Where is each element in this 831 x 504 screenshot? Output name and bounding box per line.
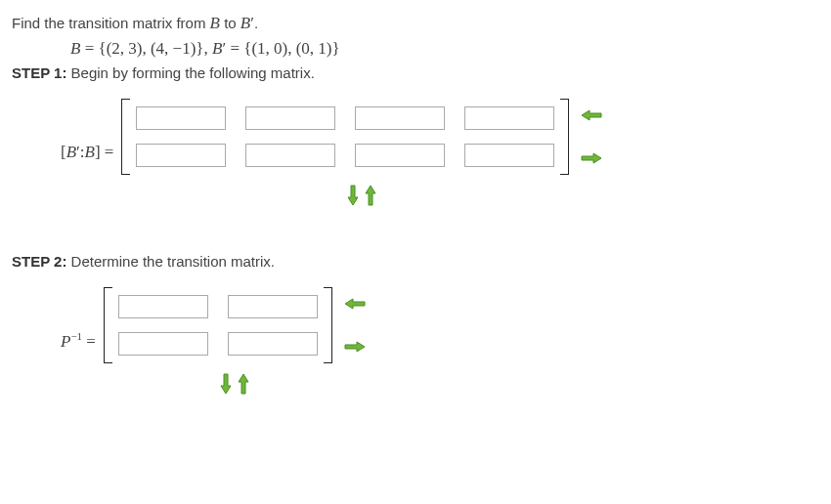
matrix-cell-input[interactable] bbox=[118, 332, 208, 356]
matrix-cell-input[interactable] bbox=[136, 106, 226, 130]
text: to bbox=[220, 15, 241, 31]
matrix-1 bbox=[121, 99, 602, 175]
add-row-icon[interactable] bbox=[347, 185, 359, 206]
add-row-icon[interactable] bbox=[220, 373, 232, 395]
svg-marker-1 bbox=[582, 153, 601, 163]
matrix-cell-input[interactable] bbox=[245, 106, 335, 130]
matrix-cell-input[interactable] bbox=[245, 144, 335, 167]
svg-marker-7 bbox=[239, 374, 248, 394]
svg-marker-0 bbox=[582, 110, 601, 120]
bracket-right bbox=[560, 99, 569, 175]
table-row bbox=[118, 295, 318, 318]
equals: = bbox=[82, 332, 96, 351]
remove-row-icon[interactable] bbox=[238, 373, 249, 395]
step-1-lhs: [B′:B] = bbox=[61, 143, 121, 162]
step-2-label: STEP 2: bbox=[12, 253, 66, 270]
svg-marker-3 bbox=[366, 186, 375, 205]
remove-row-icon[interactable] bbox=[365, 185, 376, 206]
step-1-text: Begin by forming the following matrix. bbox=[66, 64, 314, 81]
step-2-text: Determine the transition matrix. bbox=[66, 253, 275, 270]
add-column-icon[interactable] bbox=[581, 152, 602, 164]
var-P: P bbox=[61, 332, 70, 351]
matrix-2 bbox=[104, 287, 366, 363]
step-2-lhs: P−1 = bbox=[61, 330, 104, 352]
step-2-header: STEP 2: Determine the transition matrix. bbox=[12, 253, 819, 270]
matrix-cell-input[interactable] bbox=[228, 332, 318, 356]
bracket-left bbox=[104, 287, 112, 363]
bracket-right bbox=[324, 287, 332, 363]
svg-marker-6 bbox=[221, 374, 231, 394]
svg-marker-2 bbox=[348, 186, 358, 205]
remove-column-icon[interactable] bbox=[581, 109, 602, 121]
svg-marker-4 bbox=[345, 299, 365, 309]
var-B: B bbox=[210, 14, 220, 32]
table-row bbox=[136, 144, 554, 167]
matrix-cell-input[interactable] bbox=[464, 106, 554, 130]
exponent: −1 bbox=[70, 330, 82, 342]
remove-column-icon[interactable] bbox=[344, 298, 366, 310]
prompt-line-1: Find the transition matrix from B to B′. bbox=[12, 14, 819, 33]
basis-definition: B = {(2, 3), (4, −1)}, B′ = {(1, 0), (0,… bbox=[70, 39, 819, 59]
matrix-cell-input[interactable] bbox=[228, 295, 318, 318]
step-1-equation: [B′:B] = bbox=[61, 99, 819, 206]
matrix-cell-input[interactable] bbox=[355, 106, 445, 130]
step-1-label: STEP 1: bbox=[12, 64, 66, 81]
matrix-cell-input[interactable] bbox=[118, 295, 208, 318]
text: Find the transition matrix from bbox=[12, 15, 210, 31]
var-B: B bbox=[241, 14, 250, 32]
matrix-cell-input[interactable] bbox=[355, 144, 445, 167]
step-1-header: STEP 1: Begin by forming the following m… bbox=[12, 64, 819, 81]
text: . bbox=[254, 15, 258, 31]
matrix-cell-input[interactable] bbox=[136, 144, 226, 167]
svg-marker-5 bbox=[345, 342, 365, 352]
table-row bbox=[118, 332, 318, 356]
matrix-cell-input[interactable] bbox=[464, 144, 554, 167]
step-2-equation: P−1 = bbox=[61, 287, 819, 395]
table-row bbox=[136, 106, 554, 130]
add-column-icon[interactable] bbox=[344, 341, 366, 353]
bracket-left bbox=[121, 99, 130, 175]
